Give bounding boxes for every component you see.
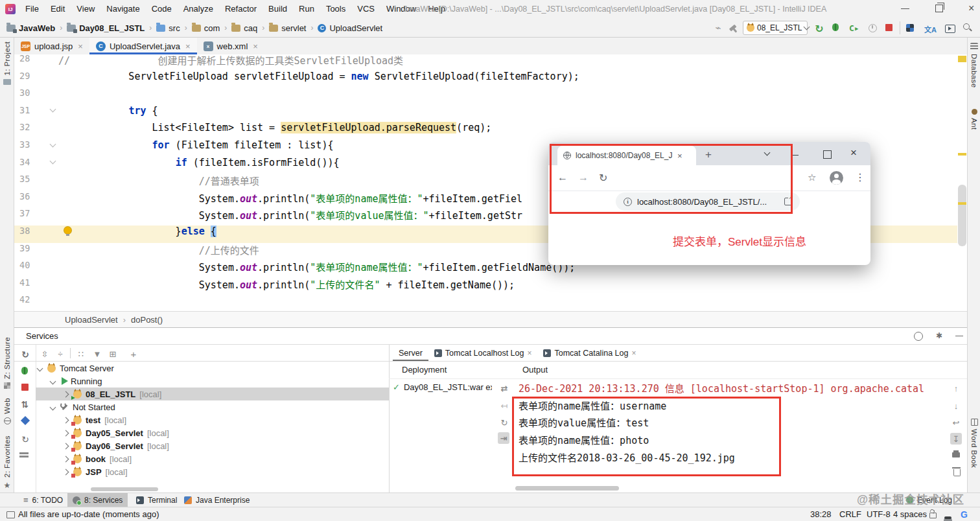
chevron-right-icon[interactable]	[63, 456, 69, 462]
breadcrumb-item-caq[interactable]: caq	[230, 23, 259, 33]
expand-all-icon[interactable]: ⇳	[39, 348, 51, 360]
code-line-42[interactable]	[58, 294, 957, 312]
run-configuration-select[interactable]: 08_EL_JSTL	[743, 21, 808, 35]
tree-item-Day05_Servlet[interactable]: Day05_Servlet[local]	[36, 426, 389, 439]
chevron-down-icon[interactable]	[50, 404, 56, 410]
breadcrumb-method[interactable]: doPost()	[131, 315, 163, 325]
search-everywhere-button[interactable]	[962, 22, 972, 32]
debug-server-button[interactable]	[21, 367, 28, 375]
close-icon[interactable]: ×	[185, 41, 191, 51]
intention-bulb-icon[interactable]	[64, 227, 71, 234]
menu-file[interactable]: File	[19, 0, 45, 18]
tree-item-Not Started[interactable]: Not Started	[36, 400, 389, 413]
browser-menu-icon[interactable]: ⋮	[855, 171, 865, 183]
code-line-32[interactable]: List<FileItem> list = servletFileUpload.…	[58, 122, 957, 139]
menu-build[interactable]: Build	[262, 0, 293, 18]
browser-maximize-button[interactable]	[823, 150, 832, 159]
sidebar-item-wordbook[interactable]: Word Book	[968, 419, 980, 468]
hide-panel-icon[interactable]	[955, 336, 963, 336]
project-structure-button[interactable]	[906, 24, 914, 32]
tree-item-Day06_Servlet[interactable]: Day06_Servlet[local]	[36, 439, 389, 452]
menu-tools[interactable]: Tools	[320, 0, 351, 18]
close-button[interactable]: ×	[968, 3, 974, 14]
tree-item-book[interactable]: book[local]	[36, 452, 389, 465]
chevron-right-icon[interactable]	[63, 417, 69, 423]
menu-vcs[interactable]: VCS	[351, 0, 380, 18]
tab-server[interactable]: Server	[393, 345, 428, 361]
chevron-right-icon[interactable]	[63, 469, 69, 475]
coverage-button[interactable]: C▸	[849, 23, 859, 33]
soft-wrap-icon[interactable]: ↩	[950, 417, 962, 428]
debug-button[interactable]	[832, 23, 839, 31]
float-mode-icon[interactable]	[914, 332, 923, 341]
collapse-all-icon[interactable]: ÷	[54, 348, 66, 360]
menu-view[interactable]: View	[71, 0, 100, 18]
sidebar-item-ant[interactable]: Ant	[968, 109, 980, 130]
sidebar-item-web[interactable]: Web	[0, 398, 14, 424]
tree-item-JSP[interactable]: JSP[local]	[36, 465, 389, 478]
tab-web.xml[interactable]: xweb.xml×	[197, 38, 264, 54]
close-icon[interactable]: ×	[527, 349, 531, 358]
sidebar-item-project[interactable]: 1: Project	[0, 41, 14, 85]
deploy-button[interactable]: ⇄	[19, 399, 31, 410]
breadcrumb-class[interactable]: UploadServlet	[65, 315, 118, 325]
redeploy-icon[interactable]: ↻	[498, 417, 510, 428]
deployment-item[interactable]: ✓ Day08_EL_JSTL:war explo	[393, 382, 495, 392]
chevron-right-icon[interactable]	[63, 391, 69, 397]
toolwindow-todo[interactable]: ≡ 6: TODO	[18, 493, 68, 507]
chevron-right-icon[interactable]	[63, 430, 69, 436]
tree-item-Tomcat Server[interactable]: Tomcat Server	[36, 362, 389, 375]
code-line-41[interactable]: System.out.println("上传的文件名" + fileItem.g…	[58, 277, 957, 295]
breadcrumb-item-JavaWeb[interactable]: JavaWeb	[5, 23, 56, 33]
panel-divider[interactable]	[14, 327, 967, 328]
toolwindow-java-enterprise[interactable]: Java Enterprise	[179, 493, 255, 507]
undo-arrow-icon[interactable]: ⌁	[712, 21, 725, 34]
stop-button[interactable]	[885, 24, 892, 31]
breadcrumb-item-com[interactable]: com	[191, 23, 222, 33]
translate-button[interactable]: 文A	[924, 24, 937, 34]
scroll-to-end-icon[interactable]: ↧	[950, 433, 962, 445]
menu-edit[interactable]: Edit	[45, 0, 71, 18]
file-encoding[interactable]: UTF-8	[867, 509, 891, 519]
breadcrumb-item-servlet[interactable]: servlet	[268, 23, 307, 33]
code-line-29[interactable]: ServletFileUpload servletFileUpload = ne…	[58, 71, 957, 88]
add-frame-icon[interactable]: ⊞	[107, 348, 119, 360]
readonly-lock-icon[interactable]	[929, 513, 937, 518]
tree-item-08_EL_JSTL[interactable]: 08_EL_JSTL[local]	[36, 388, 389, 400]
code-line-30[interactable]	[58, 87, 957, 105]
refresh-button[interactable]: ↻	[19, 434, 31, 445]
bookmark-star-icon[interactable]: ☆	[808, 172, 816, 183]
down-arrow-icon[interactable]: ↓	[950, 400, 962, 411]
chevron-right-icon[interactable]	[63, 443, 69, 449]
caret-position[interactable]: 38:28	[810, 509, 832, 519]
services-diamond-icon[interactable]	[21, 416, 30, 425]
close-icon[interactable]: ×	[631, 349, 636, 358]
close-icon[interactable]: ×	[78, 41, 83, 51]
breadcrumb-item-Day08_EL_JSTL[interactable]: Day08_EL_JSTL	[65, 23, 146, 33]
undeploy-icon[interactable]: ↤	[498, 400, 510, 411]
code-line-28[interactable]: // 创建用于解析上传数据的工具类ServletFileUpload类	[58, 53, 957, 71]
line-separator[interactable]: CRLF	[839, 509, 861, 519]
minimize-button[interactable]	[901, 8, 909, 10]
tree-item-test[interactable]: test[local]	[36, 413, 389, 426]
layout-options-icon[interactable]	[19, 452, 29, 454]
add-service-icon[interactable]: +	[128, 348, 139, 360]
rerun-server-button[interactable]: ↻	[19, 349, 31, 360]
output-hscrollbar[interactable]	[515, 486, 619, 491]
menu-code[interactable]: Code	[146, 0, 178, 18]
stop-server-button[interactable]	[21, 384, 29, 391]
browser-close-button[interactable]: ×	[850, 146, 857, 159]
sidebar-item-structure[interactable]: Z: Structure	[0, 337, 14, 389]
tab-tomcat-catalina-log[interactable]: Tomcat Catalina Log×	[537, 345, 642, 361]
tree-hscrollbar[interactable]	[91, 487, 158, 491]
run-button[interactable]: ↻	[813, 22, 826, 35]
menu-refactor[interactable]: Refactor	[219, 0, 262, 18]
gear-icon[interactable]: ✱	[936, 331, 942, 340]
up-arrow-icon[interactable]: ↑	[950, 382, 962, 394]
hat-face-plugin-icon[interactable]	[944, 516, 952, 521]
code-line-31[interactable]: try {	[58, 105, 957, 122]
breadcrumb-item-UploadServlet[interactable]: UploadServlet	[316, 23, 384, 33]
clear-all-icon[interactable]	[953, 469, 961, 476]
avatar[interactable]	[830, 171, 843, 185]
editor-scrollbar[interactable]	[958, 185, 966, 246]
